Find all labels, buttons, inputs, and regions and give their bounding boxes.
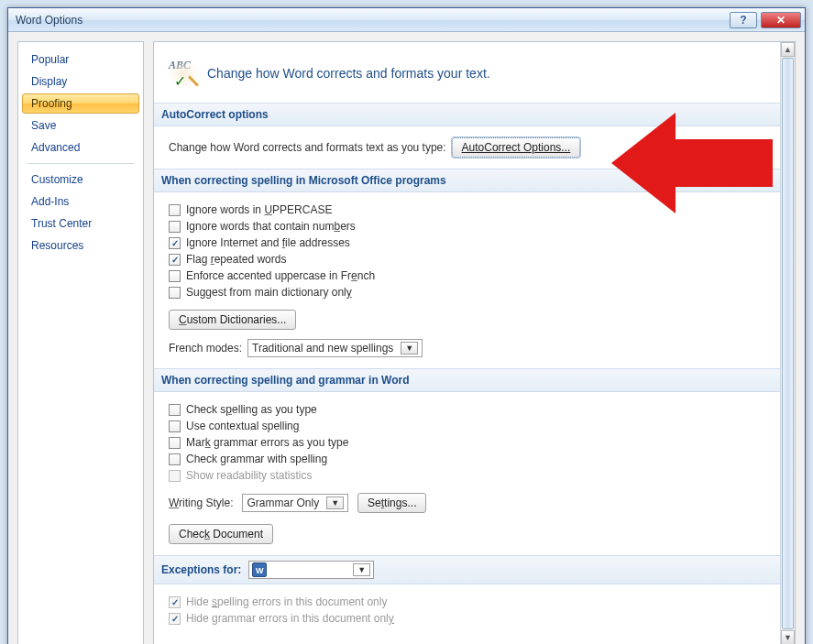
- office-check-label-2: Ignore Internet and file addresses: [186, 236, 350, 249]
- proofing-icon: ABC ✓: [169, 59, 198, 88]
- sidebar-item-add-ins[interactable]: Add-Ins: [22, 191, 139, 212]
- exception-check-checkbox-1: [169, 613, 181, 625]
- office-check-label-0: Ignore words in UPPERCASE: [186, 203, 332, 216]
- exception-check-checkbox-0: [169, 596, 181, 608]
- titlebar: Word Options ? ✕: [8, 8, 805, 32]
- office-check-label-3: Flag repeated words: [186, 253, 286, 266]
- exception-check-row-1: Hide grammar errors in this document onl…: [154, 610, 780, 627]
- settings-button[interactable]: Settings...: [357, 493, 426, 513]
- word-check-label-0: Check spelling as you type: [186, 403, 317, 416]
- section-word-spelling-header: When correcting spelling and grammar in …: [154, 368, 780, 392]
- sidebar-item-save[interactable]: Save: [22, 115, 139, 136]
- word-check-row-3: Check grammar with spelling: [154, 451, 780, 467]
- check-document-button[interactable]: Check Document: [169, 524, 273, 544]
- word-check-row-1: Use contextual spelling: [154, 418, 780, 434]
- sidebar-item-trust-center[interactable]: Trust Center: [22, 213, 139, 234]
- exception-check-label-0: Hide spelling errors in this document on…: [186, 595, 387, 608]
- word-check-label-4: Show readability statistics: [186, 469, 312, 482]
- vertical-scrollbar[interactable]: ▲ ▼: [780, 42, 795, 644]
- office-check-checkbox-5[interactable]: [169, 287, 181, 299]
- office-check-checkbox-4[interactable]: [169, 270, 181, 282]
- section-office-spelling-header: When correcting spelling in Microsoft Of…: [154, 169, 780, 192]
- word-check-row-2: Mark grammar errors as you type: [154, 434, 780, 451]
- office-check-label-1: Ignore words that contain numbers: [186, 220, 356, 233]
- window-title: Word Options: [12, 14, 726, 27]
- word-check-checkbox-1[interactable]: [169, 420, 181, 432]
- chevron-down-icon: ▼: [401, 342, 418, 355]
- word-check-row-0: Check spelling as you type: [154, 401, 780, 418]
- autocorrect-desc: Change how Word corrects and formats tex…: [169, 141, 446, 154]
- sidebar-item-popular[interactable]: Popular: [22, 49, 139, 70]
- word-check-row-4: Show readability statistics: [154, 467, 780, 484]
- sidebar-item-customize[interactable]: Customize: [22, 169, 139, 190]
- office-check-row-3: Flag repeated words: [154, 251, 780, 267]
- exception-check-row-0: Hide spelling errors in this document on…: [154, 594, 780, 610]
- scroll-up-icon[interactable]: ▲: [781, 42, 795, 57]
- sidebar-item-display[interactable]: Display: [22, 71, 139, 92]
- word-options-dialog: Word Options ? ✕ PopularDisplayProofingS…: [7, 7, 806, 644]
- section-exceptions-header: Exceptions for: W ▼: [154, 555, 780, 584]
- sidebar-item-proofing[interactable]: Proofing: [22, 93, 139, 114]
- section-autocorrect-header: AutoCorrect options: [154, 103, 780, 126]
- chevron-down-icon[interactable]: ▼: [353, 563, 370, 576]
- office-check-checkbox-1[interactable]: [169, 221, 181, 233]
- word-check-checkbox-4: [169, 470, 181, 482]
- office-check-label-5: Suggest from main dictionary only: [186, 286, 352, 299]
- word-check-label-3: Check grammar with spelling: [186, 453, 327, 465]
- exception-check-label-1: Hide grammar errors in this document onl…: [186, 612, 394, 625]
- writing-style-select[interactable]: Grammar Only ▼: [242, 494, 348, 512]
- sidebar-item-resources[interactable]: Resources: [22, 235, 139, 256]
- word-check-checkbox-3[interactable]: [169, 453, 181, 465]
- word-check-label-2: Mark grammar errors as you type: [186, 436, 348, 449]
- main-panel: ABC ✓ Change how Word corrects and forma…: [153, 41, 796, 644]
- custom-dictionaries-button[interactable]: Custom Dictionaries...: [169, 310, 296, 330]
- office-check-checkbox-3[interactable]: [169, 254, 181, 266]
- office-check-row-4: Enforce accented uppercase in French: [154, 267, 780, 284]
- word-doc-icon: W: [252, 562, 267, 577]
- scroll-down-icon[interactable]: ▼: [781, 630, 795, 644]
- french-modes-select[interactable]: Traditional and new spellings ▼: [247, 339, 423, 357]
- word-check-checkbox-0[interactable]: [169, 404, 181, 416]
- help-button[interactable]: ?: [730, 12, 757, 28]
- office-check-label-4: Enforce accented uppercase in French: [186, 269, 375, 282]
- office-check-row-2: Ignore Internet and file addresses: [154, 235, 780, 251]
- scrollbar-thumb[interactable]: [782, 58, 794, 629]
- autocorrect-options-button[interactable]: AutoCorrect Options...: [452, 137, 581, 158]
- office-check-row-5: Suggest from main dictionary only: [154, 284, 780, 300]
- chevron-down-icon: ▼: [326, 497, 344, 509]
- sidebar: PopularDisplayProofingSaveAdvancedCustom…: [17, 41, 144, 644]
- close-button[interactable]: ✕: [761, 12, 801, 28]
- page-heading: Change how Word corrects and formats you…: [207, 66, 490, 81]
- word-check-label-1: Use contextual spelling: [186, 420, 299, 432]
- word-check-checkbox-2[interactable]: [169, 437, 181, 449]
- writing-style-label: Writing Style:: [169, 497, 233, 509]
- office-check-checkbox-2[interactable]: [169, 237, 181, 249]
- office-check-row-1: Ignore words that contain numbers: [154, 218, 780, 235]
- french-modes-label: French modes:: [169, 342, 242, 355]
- office-check-checkbox-0[interactable]: [169, 204, 181, 216]
- sidebar-item-advanced[interactable]: Advanced: [22, 137, 139, 158]
- office-check-row-0: Ignore words in UPPERCASE: [154, 202, 780, 218]
